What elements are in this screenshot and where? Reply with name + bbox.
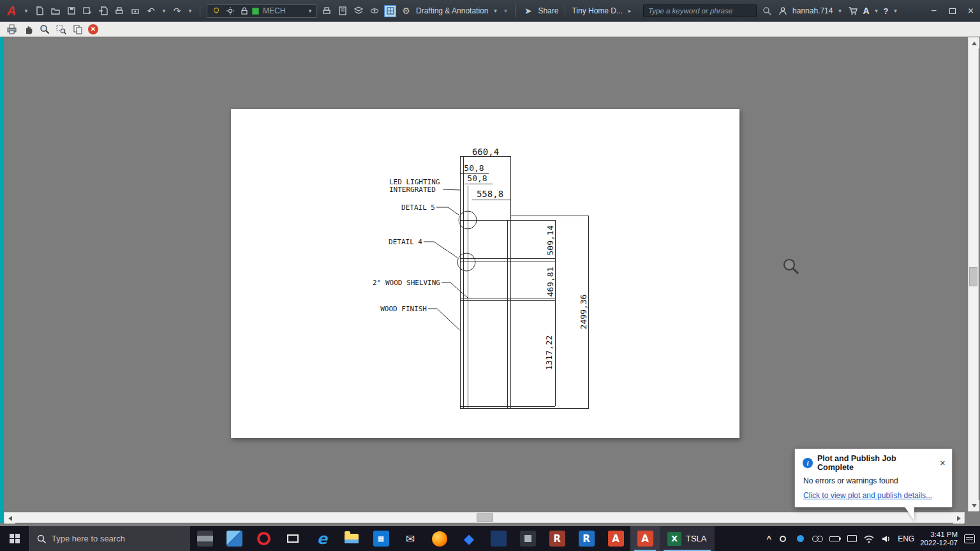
zoom-window-icon[interactable]: [55, 23, 68, 36]
taskbar-app-revit[interactable]: R: [542, 526, 572, 551]
taskbar-app-autocad[interactable]: A: [630, 526, 660, 551]
tray-status-icon[interactable]: [794, 533, 806, 545]
sheet-icon[interactable]: [336, 5, 348, 17]
close-icon[interactable]: ✕: [961, 0, 980, 22]
cad-drawing: 660,4 50,8 50,8 558,8 LED LIGHTING INTER…: [231, 109, 739, 438]
excel-window-title: TSLA: [686, 534, 707, 543]
tray-battery-icon[interactable]: [829, 533, 840, 545]
print-preview-icon[interactable]: [129, 5, 141, 17]
autodesk-icon[interactable]: A: [863, 6, 869, 16]
scroll-right-icon[interactable]: [953, 513, 964, 524]
taskbar-app-file-explorer[interactable]: [337, 526, 366, 551]
user-caret-icon[interactable]: ▾: [836, 8, 843, 14]
selected-tool-icon[interactable]: [384, 5, 396, 17]
document-expand-icon[interactable]: ▸: [627, 8, 633, 14]
cart-icon[interactable]: [847, 5, 859, 17]
start-button[interactable]: [0, 526, 29, 551]
taskbar-app-edge[interactable]: e: [308, 526, 337, 551]
export-icon[interactable]: [97, 5, 109, 17]
taskbar-app-mail[interactable]: ✉: [396, 526, 425, 551]
layer-combo[interactable]: MECH ▾: [207, 4, 316, 18]
action-center-icon[interactable]: [963, 533, 975, 545]
taskbar-app-autodesk[interactable]: A: [601, 526, 630, 551]
taskbar-app-dropbox[interactable]: ◆: [454, 526, 484, 551]
taskbar-app-photos[interactable]: [219, 526, 249, 551]
taskbar-search-input[interactable]: [52, 534, 179, 543]
taskbar-clock[interactable]: 3:41 PM 2022-12-07: [920, 531, 958, 547]
undo-icon[interactable]: ↶: [145, 5, 157, 17]
open-folder-icon[interactable]: [49, 5, 61, 17]
toolbar-overflow-caret-icon[interactable]: ▾: [502, 8, 509, 14]
taskbar-window-excel-tsla[interactable]: X TSLA: [660, 526, 715, 551]
plot-icon[interactable]: [113, 5, 125, 17]
task-view-button[interactable]: [278, 526, 308, 551]
share-label[interactable]: Share: [538, 6, 558, 15]
gear-icon[interactable]: ⚙: [400, 5, 412, 17]
tray-wifi-icon[interactable]: [863, 533, 875, 545]
maximize-icon[interactable]: [943, 0, 961, 22]
dim-660: 660,4: [472, 147, 499, 157]
scroll-up-icon[interactable]: [969, 38, 979, 48]
notification-link[interactable]: Click to view plot and publish details..…: [803, 491, 932, 500]
help-caret-icon[interactable]: ▾: [893, 8, 899, 14]
taskbar-app-store[interactable]: ▦: [366, 526, 396, 551]
bulb-icon: [210, 5, 222, 17]
search-icon[interactable]: [761, 5, 773, 17]
taskbar-app-dark[interactable]: [513, 526, 542, 551]
taskbar-app-movie[interactable]: [190, 526, 219, 551]
close-preview-icon[interactable]: ✕: [88, 24, 98, 34]
app-menu-caret-icon[interactable]: ▾: [23, 8, 29, 14]
notification-title: Plot and Publish Job Complete: [817, 454, 933, 472]
new-icon[interactable]: [33, 5, 45, 17]
tray-volume-icon[interactable]: [880, 533, 892, 545]
divider: [565, 4, 565, 17]
vertical-scrollbar[interactable]: [968, 37, 979, 511]
redo-icon[interactable]: ↷: [171, 5, 183, 17]
share-icon[interactable]: ➤: [522, 5, 534, 17]
help-search-input[interactable]: [643, 4, 757, 17]
layers-icon[interactable]: [352, 5, 364, 17]
horizontal-scroll-thumb[interactable]: [477, 513, 493, 522]
system-tray: ^ ENG 3:41 PM 2022-12-07: [767, 531, 980, 547]
dim-509-14: 509,14: [546, 225, 555, 255]
visibility-icon[interactable]: [368, 5, 380, 17]
undo-caret-icon[interactable]: ▾: [161, 8, 167, 14]
pan-icon[interactable]: [22, 23, 34, 36]
scroll-down-icon[interactable]: [969, 500, 979, 511]
workspace-caret-icon[interactable]: ▾: [492, 8, 498, 14]
label-led-2: INTERGRATED: [389, 186, 436, 194]
zoom-original-icon[interactable]: [71, 23, 84, 36]
tray-display-icon[interactable]: [846, 533, 858, 545]
save-as-icon[interactable]: [81, 5, 93, 17]
sun-icon: [224, 5, 236, 17]
username[interactable]: hannah.714: [792, 6, 833, 15]
workspace-label[interactable]: Drafting & Annotation: [416, 6, 488, 15]
taskbar-app-firefox[interactable]: [425, 526, 454, 551]
taskbar-app-opera[interactable]: [249, 526, 278, 551]
layer-caret-icon[interactable]: ▾: [307, 8, 313, 14]
save-icon[interactable]: [65, 5, 77, 17]
search-icon: [36, 534, 47, 544]
taskbar-search[interactable]: [29, 526, 190, 551]
autocad-logo[interactable]: A: [4, 4, 19, 18]
scroll-left-icon[interactable]: [4, 513, 15, 524]
horizontal-scrollbar[interactable]: [4, 512, 965, 523]
hidden-icons-caret[interactable]: ^: [767, 534, 772, 543]
document-name[interactable]: Tiny Home D...: [572, 6, 623, 15]
notification-close-icon[interactable]: ✕: [937, 459, 946, 467]
language-indicator[interactable]: ENG: [898, 534, 914, 543]
taskbar: e ▦ ✉ ◆ R R A A X TSLA ^ ENG: [0, 526, 980, 551]
tray-people-icon[interactable]: [812, 533, 823, 545]
taskbar-app-blue[interactable]: [484, 526, 513, 551]
plot-style-icon[interactable]: [320, 5, 332, 17]
vertical-scroll-thumb[interactable]: [969, 267, 977, 286]
minimize-icon[interactable]: ─: [924, 0, 943, 22]
autodesk-caret-icon[interactable]: ▾: [873, 8, 880, 14]
redo-caret-icon[interactable]: ▾: [187, 8, 193, 14]
tray-record-icon[interactable]: [777, 533, 789, 545]
help-icon[interactable]: ?: [884, 6, 889, 16]
taskbar-app-rvt-viewer[interactable]: R: [572, 526, 601, 551]
plot-icon[interactable]: [5, 23, 18, 36]
user-icon[interactable]: [776, 5, 789, 17]
zoom-icon[interactable]: [38, 23, 51, 36]
